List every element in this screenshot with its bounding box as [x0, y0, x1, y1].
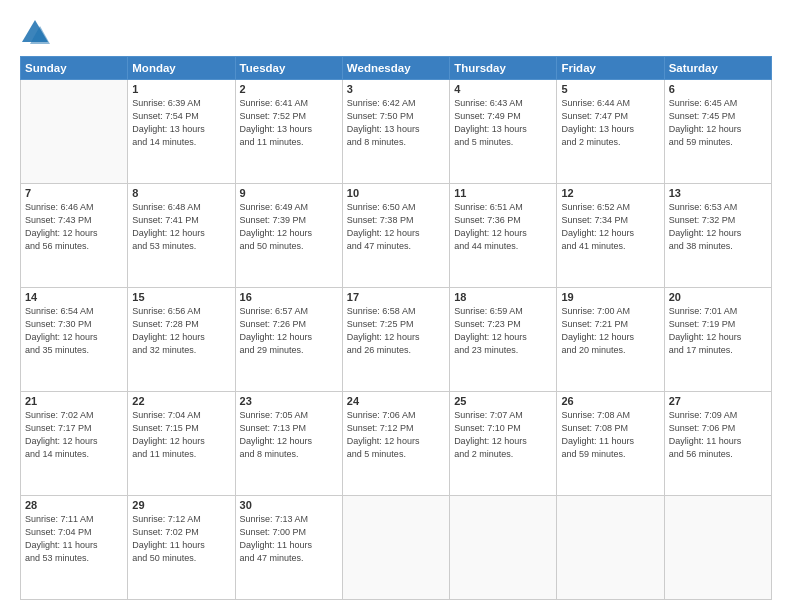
- calendar-header-monday: Monday: [128, 57, 235, 80]
- calendar-cell: 6Sunrise: 6:45 AM Sunset: 7:45 PM Daylig…: [664, 80, 771, 184]
- day-number: 15: [132, 291, 230, 303]
- day-number: 3: [347, 83, 445, 95]
- day-info: Sunrise: 6:53 AM Sunset: 7:32 PM Dayligh…: [669, 201, 767, 253]
- calendar-cell: 19Sunrise: 7:00 AM Sunset: 7:21 PM Dayli…: [557, 288, 664, 392]
- calendar-cell: 23Sunrise: 7:05 AM Sunset: 7:13 PM Dayli…: [235, 392, 342, 496]
- day-number: 1: [132, 83, 230, 95]
- calendar-cell: 29Sunrise: 7:12 AM Sunset: 7:02 PM Dayli…: [128, 496, 235, 600]
- day-info: Sunrise: 6:57 AM Sunset: 7:26 PM Dayligh…: [240, 305, 338, 357]
- day-info: Sunrise: 7:08 AM Sunset: 7:08 PM Dayligh…: [561, 409, 659, 461]
- calendar-cell: 27Sunrise: 7:09 AM Sunset: 7:06 PM Dayli…: [664, 392, 771, 496]
- calendar-week-4: 21Sunrise: 7:02 AM Sunset: 7:17 PM Dayli…: [21, 392, 772, 496]
- calendar-cell: 12Sunrise: 6:52 AM Sunset: 7:34 PM Dayli…: [557, 184, 664, 288]
- logo-icon: [20, 18, 50, 46]
- day-info: Sunrise: 6:48 AM Sunset: 7:41 PM Dayligh…: [132, 201, 230, 253]
- day-info: Sunrise: 6:39 AM Sunset: 7:54 PM Dayligh…: [132, 97, 230, 149]
- day-info: Sunrise: 6:44 AM Sunset: 7:47 PM Dayligh…: [561, 97, 659, 149]
- header: [20, 18, 772, 46]
- calendar-cell: [21, 80, 128, 184]
- calendar-cell: 10Sunrise: 6:50 AM Sunset: 7:38 PM Dayli…: [342, 184, 449, 288]
- calendar-cell: 3Sunrise: 6:42 AM Sunset: 7:50 PM Daylig…: [342, 80, 449, 184]
- calendar-cell: 30Sunrise: 7:13 AM Sunset: 7:00 PM Dayli…: [235, 496, 342, 600]
- day-info: Sunrise: 6:42 AM Sunset: 7:50 PM Dayligh…: [347, 97, 445, 149]
- day-info: Sunrise: 7:06 AM Sunset: 7:12 PM Dayligh…: [347, 409, 445, 461]
- day-info: Sunrise: 7:05 AM Sunset: 7:13 PM Dayligh…: [240, 409, 338, 461]
- day-number: 7: [25, 187, 123, 199]
- day-number: 19: [561, 291, 659, 303]
- day-number: 26: [561, 395, 659, 407]
- day-number: 20: [669, 291, 767, 303]
- calendar-cell: 22Sunrise: 7:04 AM Sunset: 7:15 PM Dayli…: [128, 392, 235, 496]
- day-number: 23: [240, 395, 338, 407]
- day-number: 14: [25, 291, 123, 303]
- day-number: 27: [669, 395, 767, 407]
- calendar-week-1: 1Sunrise: 6:39 AM Sunset: 7:54 PM Daylig…: [21, 80, 772, 184]
- day-info: Sunrise: 6:51 AM Sunset: 7:36 PM Dayligh…: [454, 201, 552, 253]
- day-number: 22: [132, 395, 230, 407]
- day-number: 28: [25, 499, 123, 511]
- calendar-header-sunday: Sunday: [21, 57, 128, 80]
- day-info: Sunrise: 6:50 AM Sunset: 7:38 PM Dayligh…: [347, 201, 445, 253]
- day-number: 9: [240, 187, 338, 199]
- calendar-cell: [342, 496, 449, 600]
- day-info: Sunrise: 6:52 AM Sunset: 7:34 PM Dayligh…: [561, 201, 659, 253]
- day-number: 18: [454, 291, 552, 303]
- calendar-cell: 18Sunrise: 6:59 AM Sunset: 7:23 PM Dayli…: [450, 288, 557, 392]
- day-info: Sunrise: 7:09 AM Sunset: 7:06 PM Dayligh…: [669, 409, 767, 461]
- day-info: Sunrise: 6:58 AM Sunset: 7:25 PM Dayligh…: [347, 305, 445, 357]
- day-info: Sunrise: 6:41 AM Sunset: 7:52 PM Dayligh…: [240, 97, 338, 149]
- calendar-cell: 20Sunrise: 7:01 AM Sunset: 7:19 PM Dayli…: [664, 288, 771, 392]
- calendar-table: SundayMondayTuesdayWednesdayThursdayFrid…: [20, 56, 772, 600]
- calendar-cell: 24Sunrise: 7:06 AM Sunset: 7:12 PM Dayli…: [342, 392, 449, 496]
- day-info: Sunrise: 6:59 AM Sunset: 7:23 PM Dayligh…: [454, 305, 552, 357]
- day-number: 16: [240, 291, 338, 303]
- day-number: 10: [347, 187, 445, 199]
- day-info: Sunrise: 7:00 AM Sunset: 7:21 PM Dayligh…: [561, 305, 659, 357]
- calendar-cell: [557, 496, 664, 600]
- calendar-cell: 11Sunrise: 6:51 AM Sunset: 7:36 PM Dayli…: [450, 184, 557, 288]
- calendar-cell: [664, 496, 771, 600]
- day-info: Sunrise: 7:07 AM Sunset: 7:10 PM Dayligh…: [454, 409, 552, 461]
- calendar-header-saturday: Saturday: [664, 57, 771, 80]
- day-number: 11: [454, 187, 552, 199]
- calendar-cell: 15Sunrise: 6:56 AM Sunset: 7:28 PM Dayli…: [128, 288, 235, 392]
- day-info: Sunrise: 7:04 AM Sunset: 7:15 PM Dayligh…: [132, 409, 230, 461]
- day-info: Sunrise: 6:46 AM Sunset: 7:43 PM Dayligh…: [25, 201, 123, 253]
- calendar-week-5: 28Sunrise: 7:11 AM Sunset: 7:04 PM Dayli…: [21, 496, 772, 600]
- calendar-header-wednesday: Wednesday: [342, 57, 449, 80]
- day-info: Sunrise: 6:56 AM Sunset: 7:28 PM Dayligh…: [132, 305, 230, 357]
- calendar-header-friday: Friday: [557, 57, 664, 80]
- day-info: Sunrise: 6:45 AM Sunset: 7:45 PM Dayligh…: [669, 97, 767, 149]
- day-info: Sunrise: 6:54 AM Sunset: 7:30 PM Dayligh…: [25, 305, 123, 357]
- calendar-cell: 4Sunrise: 6:43 AM Sunset: 7:49 PM Daylig…: [450, 80, 557, 184]
- calendar-header-thursday: Thursday: [450, 57, 557, 80]
- day-number: 30: [240, 499, 338, 511]
- calendar-cell: 16Sunrise: 6:57 AM Sunset: 7:26 PM Dayli…: [235, 288, 342, 392]
- day-info: Sunrise: 7:02 AM Sunset: 7:17 PM Dayligh…: [25, 409, 123, 461]
- day-info: Sunrise: 7:13 AM Sunset: 7:00 PM Dayligh…: [240, 513, 338, 565]
- calendar-cell: 1Sunrise: 6:39 AM Sunset: 7:54 PM Daylig…: [128, 80, 235, 184]
- calendar-cell: 17Sunrise: 6:58 AM Sunset: 7:25 PM Dayli…: [342, 288, 449, 392]
- day-number: 5: [561, 83, 659, 95]
- calendar-cell: 2Sunrise: 6:41 AM Sunset: 7:52 PM Daylig…: [235, 80, 342, 184]
- calendar-cell: 9Sunrise: 6:49 AM Sunset: 7:39 PM Daylig…: [235, 184, 342, 288]
- calendar-cell: 13Sunrise: 6:53 AM Sunset: 7:32 PM Dayli…: [664, 184, 771, 288]
- day-number: 21: [25, 395, 123, 407]
- day-number: 2: [240, 83, 338, 95]
- calendar-week-3: 14Sunrise: 6:54 AM Sunset: 7:30 PM Dayli…: [21, 288, 772, 392]
- calendar-cell: [450, 496, 557, 600]
- logo: [20, 18, 54, 46]
- calendar-cell: 28Sunrise: 7:11 AM Sunset: 7:04 PM Dayli…: [21, 496, 128, 600]
- calendar-header-tuesday: Tuesday: [235, 57, 342, 80]
- calendar-cell: 21Sunrise: 7:02 AM Sunset: 7:17 PM Dayli…: [21, 392, 128, 496]
- calendar-cell: 8Sunrise: 6:48 AM Sunset: 7:41 PM Daylig…: [128, 184, 235, 288]
- day-info: Sunrise: 6:49 AM Sunset: 7:39 PM Dayligh…: [240, 201, 338, 253]
- day-number: 24: [347, 395, 445, 407]
- day-number: 6: [669, 83, 767, 95]
- day-number: 25: [454, 395, 552, 407]
- calendar-cell: 14Sunrise: 6:54 AM Sunset: 7:30 PM Dayli…: [21, 288, 128, 392]
- day-number: 4: [454, 83, 552, 95]
- day-number: 8: [132, 187, 230, 199]
- day-number: 13: [669, 187, 767, 199]
- calendar-cell: 26Sunrise: 7:08 AM Sunset: 7:08 PM Dayli…: [557, 392, 664, 496]
